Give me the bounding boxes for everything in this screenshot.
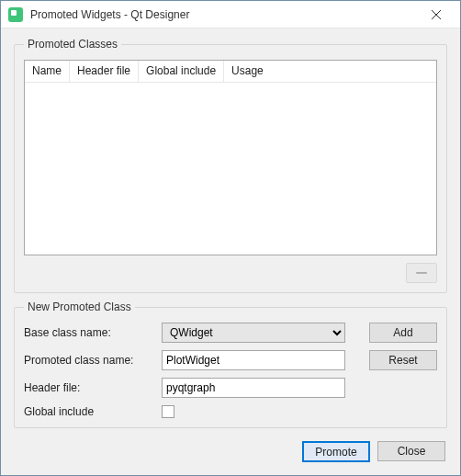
group-promoted-legend: Promoted Classes (24, 38, 121, 51)
col-name[interactable]: Name (25, 61, 70, 82)
group-new-legend: New Promoted Class (24, 300, 135, 313)
row-base-class: Base class name: QWidget Add (24, 323, 437, 343)
below-table-row (24, 263, 437, 283)
remove-button[interactable] (406, 263, 437, 283)
window-title: Promoted Widgets - Qt Designer (30, 8, 418, 21)
promoted-class-label: Promoted class name: (24, 354, 162, 367)
row-header-file: Header file: (24, 378, 437, 398)
row-promoted-class: Promoted class name: Reset (24, 350, 437, 370)
titlebar: Promoted Widgets - Qt Designer (1, 1, 460, 28)
dialog-content: Promoted Classes Name Header file Global… (1, 28, 460, 475)
dialog-footer: Promote Close (14, 436, 447, 464)
global-include-label: Global include (24, 405, 162, 418)
table-header-row: Name Header file Global include Usage (25, 61, 436, 83)
promote-button[interactable]: Promote (302, 441, 370, 462)
header-file-input[interactable] (162, 378, 345, 398)
col-usage[interactable]: Usage (224, 61, 436, 82)
close-button[interactable]: Close (377, 441, 445, 461)
add-button[interactable]: Add (369, 323, 437, 343)
row-global-include: Global include (24, 405, 437, 418)
col-global-include[interactable]: Global include (139, 61, 224, 82)
promoted-class-input[interactable] (162, 350, 345, 370)
close-icon (432, 10, 441, 19)
promoted-classes-table[interactable]: Name Header file Global include Usage (24, 60, 437, 255)
group-promoted-classes: Promoted Classes Name Header file Global… (14, 38, 447, 293)
col-header-file[interactable]: Header file (70, 61, 139, 82)
group-new-promoted-class: New Promoted Class Base class name: QWid… (14, 300, 447, 428)
header-file-label: Header file: (24, 381, 162, 394)
base-class-select[interactable]: QWidget (162, 323, 345, 343)
dialog-window: Promoted Widgets - Qt Designer Promoted … (0, 0, 461, 476)
global-include-checkbox[interactable] (162, 405, 174, 418)
base-class-label: Base class name: (24, 326, 162, 339)
reset-button[interactable]: Reset (369, 350, 437, 370)
minus-icon (416, 272, 427, 274)
window-close-button[interactable] (418, 2, 455, 28)
qt-designer-icon (8, 7, 23, 22)
